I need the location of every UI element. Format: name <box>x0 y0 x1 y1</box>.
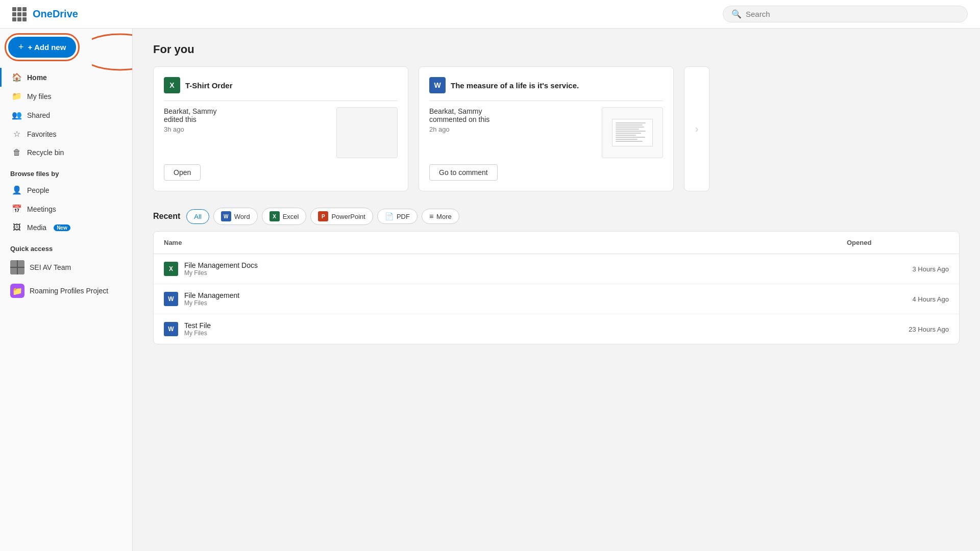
filter-pill-all[interactable]: All <box>186 209 209 224</box>
file-info-row3: W Test File My Files <box>164 321 847 337</box>
sidebar-item-recycle-bin-label: Recycle bin <box>27 148 64 157</box>
filter-pill-powerpoint[interactable]: P PowerPoint <box>310 208 373 225</box>
brand-name: OneDrive <box>33 8 78 20</box>
file-name-row1: File Management Docs <box>184 261 258 269</box>
sidebar-item-media-label: Media <box>27 223 46 232</box>
sidebar-item-sei-av-team[interactable]: SEI AV Team <box>0 256 132 279</box>
sidebar-item-roaming-profiles[interactable]: 📁 Roaming Profiles Project <box>0 279 132 303</box>
sidebar-item-meetings[interactable]: 📅 Meetings <box>0 199 132 218</box>
pill-word-label: Word <box>234 213 250 220</box>
browse-section-title: Browse files by <box>0 162 132 181</box>
pdf-pill-icon: 📄 <box>385 212 394 220</box>
add-new-button[interactable]: + + Add new <box>8 37 76 58</box>
shared-icon: 👥 <box>12 110 22 120</box>
roaming-profiles-avatar: 📁 <box>10 284 24 298</box>
sidebar-item-meetings-label: Meetings <box>27 205 56 213</box>
card-title-1: T-Shirt Order <box>185 81 233 90</box>
main-layout: + + Add new 🏠 Home 📁 My files 👥 Sha <box>0 29 980 551</box>
sidebar-item-people-label: People <box>27 186 50 194</box>
person-icon: 👤 <box>12 185 22 195</box>
for-you-title: For you <box>153 43 960 56</box>
table-row[interactable]: X File Management Docs My Files 3 Hours … <box>154 254 959 284</box>
filter-pill-more[interactable]: ≡ More <box>422 209 459 224</box>
filter-pill-pdf[interactable]: 📄 PDF <box>377 209 418 224</box>
file-details-row1: File Management Docs My Files <box>184 261 258 277</box>
file-card-tshirt-order: X T-Shirt Order Bearkat, Sammy edited th… <box>153 66 408 191</box>
table-row[interactable]: W File Management My Files 4 Hours Ago <box>154 284 959 314</box>
sidebar-item-shared[interactable]: 👥 Shared <box>0 106 132 124</box>
filter-pill-excel[interactable]: X Excel <box>262 208 307 225</box>
filter-pills: All W Word X Excel P PowerPoint 📄 PDF <box>186 208 459 225</box>
recent-table: Name Opened X File Management Docs My Fi… <box>153 231 960 344</box>
pill-all-label: All <box>194 213 201 220</box>
sidebar-item-shared-label: Shared <box>27 111 50 119</box>
card-body-2: Bearkat, Sammy commented on this 2h ago <box>429 107 663 158</box>
mini-doc <box>612 119 653 146</box>
card-thumbnail-1 <box>336 107 398 158</box>
sidebar-item-home-label: Home <box>27 73 47 82</box>
file-name-row2: File Management <box>184 291 239 299</box>
quick-access-title: Quick access <box>0 237 132 256</box>
app-grid-icon[interactable] <box>12 7 27 21</box>
card-time-2: 2h ago <box>429 126 489 133</box>
word-icon-row3: W <box>164 322 178 336</box>
open-button-card1[interactable]: Open <box>164 164 201 181</box>
excel-pill-icon: X <box>270 211 280 221</box>
card-action-1: edited this <box>164 115 216 123</box>
sidebar-item-my-files-label: My files <box>27 92 51 101</box>
sidebar-item-people[interactable]: 👤 People <box>0 181 132 199</box>
card-header-1: X T-Shirt Order <box>164 77 398 101</box>
search-bar[interactable]: 🔍 <box>723 6 968 22</box>
annotation-arrow <box>92 32 133 72</box>
opened-time-row2: 4 Hours Ago <box>847 295 949 303</box>
col-name-header: Name <box>164 239 847 246</box>
sidebar-item-home[interactable]: 🏠 Home <box>0 68 132 87</box>
media-new-badge: New <box>54 224 70 231</box>
file-location-row2: My Files <box>184 299 239 307</box>
sidebar-item-recycle-bin[interactable]: 🗑 Recycle bin <box>0 143 132 162</box>
ppt-pill-icon: P <box>318 211 328 221</box>
pill-powerpoint-label: PowerPoint <box>331 213 365 220</box>
for-you-cards: X T-Shirt Order Bearkat, Sammy edited th… <box>153 66 960 191</box>
sei-av-team-avatar <box>10 260 24 274</box>
excel-icon-row1: X <box>164 262 178 276</box>
file-details-row3: Test File My Files <box>184 321 211 337</box>
excel-icon-card1: X <box>164 77 180 93</box>
file-location-row1: My Files <box>184 269 258 277</box>
sei-av-team-label: SEI AV Team <box>30 263 71 271</box>
add-new-container: + + Add new <box>0 37 132 68</box>
card-author-2: Bearkat, Sammy <box>429 107 489 115</box>
table-row[interactable]: W Test File My Files 23 Hours Ago <box>154 314 959 344</box>
sidebar-item-media[interactable]: 🖼 Media New <box>0 218 132 237</box>
card-author-1: Bearkat, Sammy <box>164 107 216 115</box>
topbar: OneDrive 🔍 <box>0 0 980 29</box>
folder-icon: 📁 <box>12 91 22 101</box>
filter-pill-word[interactable]: W Word <box>213 208 258 225</box>
image-icon: 🖼 <box>12 223 22 232</box>
col-opened-header: Opened <box>847 239 949 246</box>
home-icon: 🏠 <box>12 72 22 82</box>
go-to-comment-button[interactable]: Go to comment <box>429 164 498 181</box>
word-pill-icon: W <box>221 211 231 221</box>
pill-more-label: More <box>436 213 452 220</box>
card-footer-1: Open <box>164 164 398 181</box>
search-input[interactable] <box>746 10 959 18</box>
plus-icon: + <box>18 42 24 53</box>
card-time-1: 3h ago <box>164 126 216 133</box>
card-footer-2: Go to comment <box>429 164 663 181</box>
card-thumbnail-2 <box>602 107 663 158</box>
file-info-row1: X File Management Docs My Files <box>164 261 847 277</box>
calendar-icon: 📅 <box>12 204 22 214</box>
main-content: For you X T-Shirt Order Bearkat, Sammy e… <box>133 29 980 551</box>
card-info-2: Bearkat, Sammy commented on this 2h ago <box>429 107 489 133</box>
opened-time-row1: 3 Hours Ago <box>847 265 949 273</box>
more-pill-icon: ≡ <box>429 212 433 220</box>
file-info-row2: W File Management My Files <box>164 291 847 307</box>
sidebar: + + Add new 🏠 Home 📁 My files 👥 Sha <box>0 29 133 551</box>
sidebar-item-favorites[interactable]: ☆ Favorites <box>0 124 132 143</box>
card-body-1: Bearkat, Sammy edited this 3h ago <box>164 107 398 158</box>
add-new-label: + Add new <box>28 43 66 52</box>
card-overflow-indicator: › <box>684 66 709 191</box>
star-icon: ☆ <box>12 129 22 139</box>
sidebar-item-my-files[interactable]: 📁 My files <box>0 87 132 106</box>
